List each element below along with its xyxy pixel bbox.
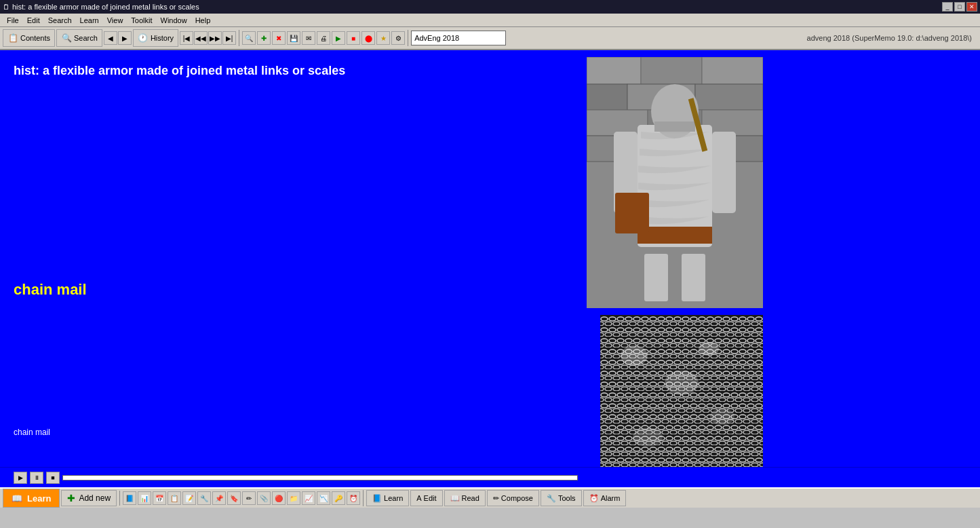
first-button[interactable]: |◀ [180,31,193,45]
add-new-button[interactable]: ✚ Add new [61,490,117,506]
prev-button[interactable]: ◀◀ [194,31,208,45]
play-audio-button[interactable]: ▶ [14,472,27,484]
close-button[interactable]: ✕ [966,2,977,12]
title-bar-left: 🗒 hist: a flexible armor made of joined … [3,3,199,11]
toolbar-icon-11[interactable]: 🔴 [272,491,286,505]
nav-group: ◀ ▶ [104,31,132,45]
svg-rect-22 [682,254,705,301]
toolbar-icon-8[interactable]: 🔖 [227,491,241,505]
warrior-image [587,57,763,308]
bottom-toolbar: 📖 Learn ✚ Add new 📘 📊 📅 📋 📝 🔧 📌 🔖 ✏ 📎 🔴 … [0,487,980,508]
answer-text: chain mail [0,267,100,312]
svg-point-32 [710,409,734,425]
svg-rect-1 [587,57,641,84]
menu-learn[interactable]: Learn [76,16,103,25]
back-button[interactable]: ◀ [104,31,117,45]
forward-button[interactable]: ▶ [118,31,132,45]
svg-rect-18 [712,132,736,213]
tab-compose[interactable]: ✏ Compose [487,490,539,506]
app-icon: 🗒 [3,3,9,11]
svg-rect-2 [641,57,702,84]
title-bar-text: hist: a flexible armor made of joined me… [12,3,199,11]
collection-info: adveng 2018 (SuperMemo 19.0: d:\adveng 2… [807,34,977,42]
menu-bar: File Edit Search Learn View Toolkit Wind… [0,14,980,27]
next-button[interactable]: ▶▶ [208,31,222,45]
separator-2 [408,30,408,46]
svg-rect-15 [654,121,695,132]
toolbar-icon-13[interactable]: 📈 [302,491,315,505]
toolbar-icon-7[interactable]: 📌 [212,491,226,505]
toolbar-icon-6[interactable]: 🔧 [197,491,211,505]
caption-text: chain mail [0,425,64,440]
svg-rect-6 [695,84,763,110]
menu-file[interactable]: File [3,16,23,25]
audio-progress-bar[interactable] [62,475,578,480]
menu-edit[interactable]: Edit [23,16,44,25]
tab-edit[interactable]: A Edit [410,490,442,506]
tab-read[interactable]: 📖 Read [444,490,486,506]
svg-rect-3 [702,57,763,84]
pause-audio-button[interactable]: ⏸ [30,472,43,484]
menu-search[interactable]: Search [44,16,76,25]
toolbar-icon-4[interactable]: 📋 [168,491,181,505]
bookmark-button[interactable]: ★ [376,31,390,45]
tab-edit-icon: A [416,494,421,502]
svg-point-33 [633,428,663,447]
email-button[interactable]: ✉ [302,31,315,45]
toolbar-icon-14[interactable]: 📉 [317,491,330,505]
add-button[interactable]: ✚ [257,31,271,45]
play-button[interactable]: ▶ [332,31,345,45]
toolbar-icon-1[interactable]: 📘 [123,491,136,505]
toolbar-icon-15[interactable]: 🔑 [332,491,345,505]
sep2 [363,490,364,506]
last-button[interactable]: ▶| [222,31,236,45]
collection-input[interactable] [411,31,506,45]
stop-button[interactable]: ■ [347,31,360,45]
main-content: hist: a flexible armor made of joined me… [0,50,980,467]
title-bar-controls[interactable]: _ □ ✕ [942,2,977,12]
tab-read-icon: 📖 [450,494,460,503]
save-button[interactable]: 💾 [287,31,300,45]
toolbar-icon-2[interactable]: 📊 [138,491,151,505]
toolbar-icon-3[interactable]: 📅 [153,491,166,505]
svg-rect-20 [615,193,649,233]
delete-button[interactable]: ✖ [272,31,286,45]
tab-learn-icon: 📘 [372,494,382,503]
chainmail-svg [600,315,763,467]
svg-rect-4 [587,84,627,110]
minimize-button[interactable]: _ [942,2,953,12]
menu-view[interactable]: View [103,16,128,25]
stop-audio-button[interactable]: ■ [46,472,60,484]
svg-rect-21 [644,254,668,301]
main-toolbar: 📋 Contents 🔍 Search ◀ ▶ 🕐 History |◀ ◀◀ … [0,27,980,50]
contents-icon: 📋 [7,33,18,43]
search-icon: 🔍 [61,33,72,43]
toolbar-icon-10[interactable]: 📎 [257,491,271,505]
search-button[interactable]: 🔍 Search [56,29,102,47]
tab-compose-icon: ✏ [493,494,499,503]
toolbar-icon-5[interactable]: 📝 [182,491,196,505]
settings-button[interactable]: ⚙ [391,31,405,45]
find-button[interactable]: 🔍 [242,31,256,45]
svg-point-34 [699,342,719,356]
toolbar-icon-9[interactable]: ✏ [242,491,256,505]
tab-learn[interactable]: 📘 Learn [366,490,409,506]
tab-alarm[interactable]: ⏰ Alarm [583,490,627,506]
menu-toolkit[interactable]: Toolkit [127,16,156,25]
history-icon: 🕐 [138,33,149,43]
print-button[interactable]: 🖨 [317,31,330,45]
menu-help[interactable]: Help [191,16,215,25]
tab-tools[interactable]: 🔧 Tools [541,490,582,506]
record-button[interactable]: ⬤ [361,31,375,45]
toolbar-icon-12[interactable]: 📁 [287,491,300,505]
menu-window[interactable]: Window [157,16,191,25]
contents-button[interactable]: 📋 Contents [3,29,55,47]
history-button[interactable]: 🕐 History [133,29,178,47]
chainmail-image [600,315,763,467]
title-bar: 🗒 hist: a flexible armor made of joined … [0,0,980,14]
tab-tools-icon: 🔧 [547,494,556,503]
maximize-button[interactable]: □ [954,2,965,12]
learn-main-button[interactable]: 📖 Learn [3,489,60,508]
separator-status [119,491,120,506]
toolbar-icon-16[interactable]: ⏰ [347,491,360,505]
